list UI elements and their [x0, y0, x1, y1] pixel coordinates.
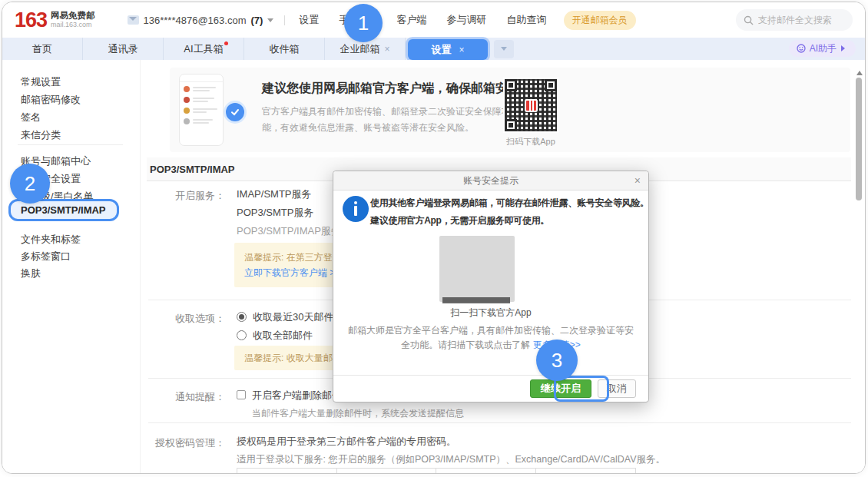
- sidebar-item-multitab[interactable]: 多标签窗口: [21, 250, 71, 263]
- app-window: 163 网易免费邮 mail.163.com 136****4876@163.c…: [2, 2, 866, 474]
- shield-check-icon: [224, 101, 247, 124]
- topbar-menu: 设置 手机App 客户端 参与调研 自助查询: [299, 13, 546, 27]
- vip-badge[interactable]: 开通邮箱会员: [564, 11, 636, 30]
- annotation-step-1: 1: [344, 4, 383, 42]
- sidebar-divider: [18, 144, 123, 145]
- tabbar: 首页 通讯录 AI工具箱 收件箱 企业邮箱× 设置× AI助手: [2, 38, 865, 60]
- logo-name: 网易免费邮: [51, 10, 95, 21]
- menu-item-client[interactable]: 客户端: [397, 13, 427, 27]
- sidebar-item-general[interactable]: 常规设置: [21, 75, 61, 89]
- banner-title: 建议您使用网易邮箱官方客户端，确保邮箱安全: [262, 81, 520, 97]
- unread-count: (7): [250, 15, 263, 26]
- topbar-divider: [284, 15, 285, 25]
- auth-desc-line2: 适用于登录以下服务: 您开启的服务（例如POP3/IMAP/SMTP）、Exch…: [237, 453, 665, 466]
- cancel-button[interactable]: 取消: [598, 379, 636, 398]
- tab-inbox[interactable]: 收件箱: [244, 38, 325, 60]
- radio-unselected-icon[interactable]: [237, 330, 247, 340]
- dialog-desc: 邮箱大师是官方全平台客户端，具有邮件加密传输、二次登录验证等安 全功能。请扫描下…: [333, 323, 648, 353]
- dialog-message: 使用其他客户端登录网易邮箱，可能存在邮件泄露、账号安全等风险。 建议使用官方Ap…: [370, 194, 649, 230]
- sidebar-item-password[interactable]: 邮箱密码修改: [21, 93, 81, 107]
- service-pop3-smtp-imap: POP3/SMTP/IMAP服务: [237, 224, 341, 238]
- logo-domain: mail.163.com: [51, 21, 95, 29]
- smiley-icon: [797, 44, 806, 53]
- menu-item-settings[interactable]: 设置: [299, 13, 319, 27]
- chevron-down-icon: [501, 47, 507, 54]
- phone-mockup: [179, 74, 224, 146]
- notify-checkbox-label[interactable]: 开启客户端删除邮件: [252, 389, 342, 401]
- tab-list-dropdown[interactable]: [494, 40, 514, 58]
- auth-row-label: 授权密码管理：: [148, 436, 225, 450]
- settings-sidebar: 常规设置 邮箱密码修改 签名 来信分类 账号与邮箱中心 邮箱安全设置 反垃圾/黑…: [2, 60, 141, 473]
- ai-assistant-label: AI助手: [810, 42, 837, 55]
- service-pop3-smtp: POP3/SMTP服务: [237, 206, 313, 220]
- continue-enable-button[interactable]: 继续开启: [530, 379, 591, 398]
- search-icon: [744, 15, 754, 25]
- dialog-footer: 继续开启 取消: [333, 375, 648, 402]
- account-switcher[interactable]: 136****4876@163.com (7): [128, 15, 274, 26]
- scrollbar-thumb[interactable]: [856, 78, 862, 200]
- notify-row-label: 通知提醒：: [148, 390, 225, 404]
- brand-logo[interactable]: 163 网易免费邮 mail.163.com: [15, 8, 95, 31]
- sidebar-item-skin[interactable]: 换肤: [21, 267, 41, 280]
- image-alt-smudge: [442, 297, 510, 303]
- dialog-qr-caption: 扫一扫下载官方App: [333, 306, 648, 320]
- close-icon[interactable]: ×: [384, 44, 389, 55]
- chevron-down-icon: [267, 18, 273, 25]
- mail-master-logo: [525, 99, 538, 112]
- divider: [148, 422, 851, 423]
- info-icon: [343, 196, 369, 222]
- security-dialog: 账号安全提示 × 使用其他客户端登录网易邮箱，可能存在邮件泄露、账号安全等风险。…: [333, 171, 649, 402]
- arrow-right-icon: [841, 45, 848, 51]
- dialog-close-icon[interactable]: ×: [634, 174, 641, 187]
- fetch-option-30days[interactable]: 收取最近30天邮件: [253, 311, 333, 323]
- auth-code-table: [237, 468, 636, 474]
- fetch-row-label: 收取选项：: [148, 312, 225, 326]
- download-qr-code: [503, 78, 558, 133]
- topbar: 163 网易免费邮 mail.163.com 136****4876@163.c…: [2, 2, 865, 38]
- search-box[interactable]: [736, 9, 853, 31]
- ai-assistant-button[interactable]: AI助手: [789, 40, 856, 57]
- menu-item-survey[interactable]: 参与调研: [447, 13, 487, 27]
- scrollbar[interactable]: [854, 68, 864, 470]
- sidebar-item-mail-classify[interactable]: 来信分类: [21, 128, 61, 142]
- notification-dot: [224, 41, 228, 45]
- auth-desc-line1: 授权码是用于登录第三方邮件客户端的专用密码。: [237, 435, 456, 449]
- menu-item-self-service[interactable]: 自助查询: [507, 13, 547, 27]
- tab-settings-active[interactable]: 设置×: [408, 39, 488, 60]
- mail-icon: [128, 15, 139, 25]
- service-imap-smtp: IMAP/SMTP服务: [237, 187, 312, 201]
- service-row-label: 开启服务：: [148, 189, 225, 203]
- official-client-banner: 建议您使用网易邮箱官方客户端，确保邮箱安全 官方客户端具有邮件加密传输、邮箱登录…: [170, 68, 850, 152]
- qr-image-placeholder: [439, 236, 515, 302]
- account-email: 136****4876@163.com: [144, 15, 247, 26]
- close-icon[interactable]: ×: [459, 45, 464, 55]
- screen: 163 网易免费邮 mail.163.com 136****4876@163.c…: [0, 0, 868, 477]
- banner-desc: 官方客户端具有邮件加密传输、邮箱登录二次验证安全保障功 能，有效避免信息泄露、账…: [262, 104, 511, 136]
- annotation-step-3: 3: [536, 340, 578, 381]
- annotation-step-2: 2: [10, 164, 50, 204]
- logo-number: 163: [15, 8, 47, 31]
- fetch-option-all[interactable]: 收取全部邮件: [253, 330, 313, 341]
- dialog-title: 账号安全提示: [463, 174, 518, 187]
- search-input[interactable]: [758, 15, 843, 25]
- scroll-up-icon[interactable]: [856, 68, 863, 75]
- qr-caption: 扫码下载App: [488, 136, 574, 147]
- tab-home[interactable]: 首页: [2, 38, 83, 60]
- sidebar-item-signature[interactable]: 签名: [21, 111, 41, 124]
- dialog-header: 账号安全提示 ×: [333, 171, 648, 190]
- notify-note: 当邮件客户端大量删除邮件时，系统会发送提醒信息: [252, 407, 464, 420]
- tab-ai-toolbox[interactable]: AI工具箱: [164, 38, 244, 60]
- checkbox-icon[interactable]: [237, 390, 246, 399]
- tab-contacts[interactable]: 通讯录: [83, 38, 164, 60]
- radio-selected-icon[interactable]: [237, 312, 247, 322]
- sidebar-item-folders-tags[interactable]: 文件夹和标签: [21, 233, 81, 247]
